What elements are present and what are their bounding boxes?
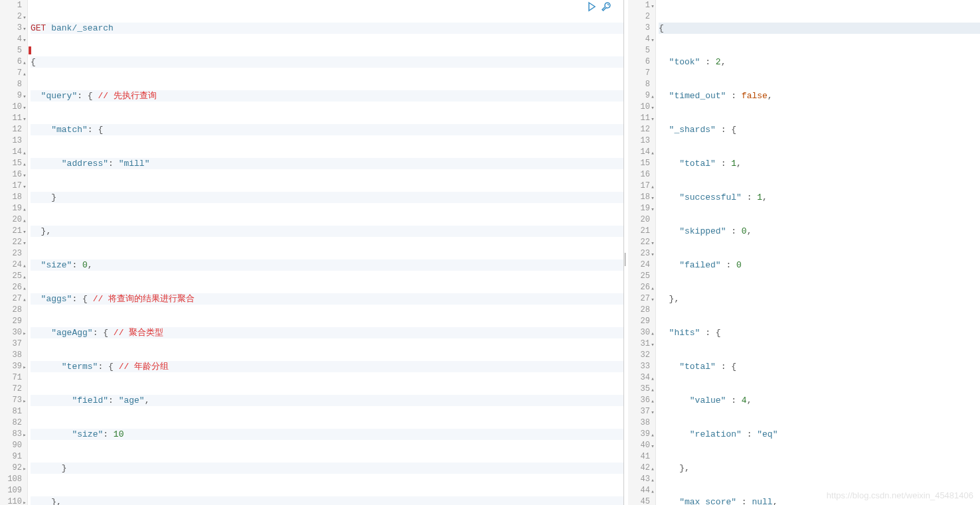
fold-toggle-icon[interactable]: ▾: [22, 171, 27, 182]
fold-toggle-icon[interactable]: ▴: [650, 283, 655, 295]
fold-toggle-icon[interactable]: ▾: [650, 238, 655, 250]
fold-toggle-icon[interactable]: ▾: [650, 114, 655, 125]
fold-toggle-icon[interactable]: ▴: [650, 475, 655, 486]
fold-toggle-icon[interactable]: ▸: [22, 430, 27, 441]
http-method: GET: [31, 23, 46, 33]
fold-toggle-icon[interactable]: ▴: [22, 69, 27, 80]
http-path: bank/_search: [51, 23, 114, 33]
fold-toggle-icon[interactable]: ▴: [22, 283, 27, 295]
fold-toggle-icon[interactable]: ▾: [650, 204, 655, 216]
fold-toggle-icon[interactable]: ▴: [650, 430, 655, 441]
response-pane[interactable]: 1▾234▾56789▴10▾11▾121314▴151617▴18▾19▾20…: [628, 0, 980, 505]
fold-toggle-icon[interactable]: ▾: [22, 35, 27, 46]
fold-toggle-icon[interactable]: ▾: [22, 238, 27, 250]
fold-toggle-icon[interactable]: ▸: [22, 396, 27, 407]
fold-toggle-icon[interactable]: ▾: [22, 103, 27, 114]
fold-toggle-icon[interactable]: ▾: [22, 227, 27, 238]
fold-toggle-icon[interactable]: ▾: [650, 1, 655, 13]
fold-toggle-icon[interactable]: ▴: [650, 374, 655, 385]
fold-toggle-icon[interactable]: ▾: [22, 24, 27, 35]
request-actions: [586, 1, 612, 12]
fold-toggle-icon[interactable]: ▸: [22, 464, 27, 475]
fold-toggle-icon[interactable]: ▴: [22, 261, 27, 272]
fold-toggle-icon[interactable]: ▴: [650, 464, 655, 475]
wrench-icon[interactable]: [601, 1, 612, 12]
fold-toggle-icon[interactable]: ▾: [650, 340, 655, 351]
comment: // 将查询的结果进行聚合: [93, 294, 195, 304]
fold-toggle-icon[interactable]: ▾: [22, 114, 27, 125]
right-gutter: 1▾234▾56789▴10▾11▾121314▴151617▴18▾19▾20…: [628, 0, 656, 505]
fold-toggle-icon[interactable]: ▴: [650, 486, 655, 498]
fold-toggle-icon[interactable]: ▾: [650, 295, 655, 306]
fold-toggle-icon[interactable]: ▾: [650, 103, 655, 114]
fold-toggle-icon[interactable]: ▴: [22, 295, 27, 306]
fold-toggle-icon[interactable]: ▸: [22, 362, 27, 374]
fold-toggle-icon[interactable]: ▴: [22, 204, 27, 216]
fold-toggle-icon[interactable]: ▾: [22, 13, 27, 24]
fold-toggle-icon[interactable]: ▴: [650, 385, 655, 396]
left-gutter: 12▾3▾4▾56▴7▴89▾10▾11▾121314▴15▴16▾17▾181…: [0, 0, 28, 505]
fold-toggle-icon[interactable]: ▴: [650, 396, 655, 407]
fold-toggle-icon[interactable]: ▴: [22, 216, 27, 227]
response-code[interactable]: { "took" : 2, "timed_out" : false, "_sha…: [656, 0, 980, 505]
fold-toggle-icon[interactable]: ▴: [22, 58, 27, 69]
fold-toggle-icon[interactable]: ▴: [650, 148, 655, 159]
fold-toggle-icon[interactable]: ▸: [22, 498, 27, 505]
comment: // 年龄分组: [119, 362, 169, 372]
comment: // 先执行查询: [98, 91, 156, 101]
fold-toggle-icon[interactable]: ▴: [22, 148, 27, 159]
fold-toggle-icon[interactable]: ▴: [650, 328, 655, 340]
fold-toggle-icon[interactable]: ▾: [22, 182, 27, 193]
fold-toggle-icon[interactable]: ▴: [650, 92, 655, 103]
request-code[interactable]: GET bank/_search { "query": { // 先执行查询 "…: [28, 0, 623, 505]
fold-toggle-icon[interactable]: ▾: [650, 193, 655, 204]
request-editor-pane[interactable]: 12▾3▾4▾56▴7▴89▾10▾11▾121314▴15▴16▾17▾181…: [0, 0, 624, 505]
fold-toggle-icon[interactable]: ▴: [22, 159, 27, 171]
fold-toggle-icon[interactable]: ▴: [22, 272, 27, 283]
fold-toggle-icon[interactable]: ▾: [650, 441, 655, 453]
run-icon[interactable]: [586, 1, 597, 12]
comment: // 聚合类型: [114, 328, 163, 338]
fold-toggle-icon[interactable]: ▸: [22, 328, 27, 340]
fold-toggle-icon[interactable]: ▾: [650, 407, 655, 419]
fold-toggle-icon[interactable]: ▾: [650, 250, 655, 261]
fold-toggle-icon[interactable]: ▾: [650, 35, 655, 46]
fold-toggle-icon[interactable]: ▴: [650, 182, 655, 193]
fold-toggle-icon[interactable]: ▾: [22, 92, 27, 103]
